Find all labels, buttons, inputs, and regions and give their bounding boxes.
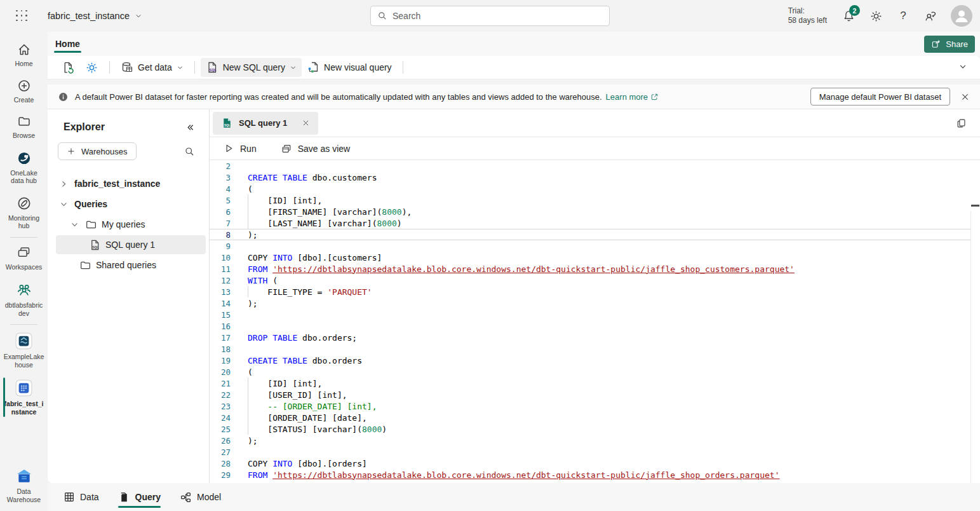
new-sql-query-button[interactable]: SQL New SQL query xyxy=(201,58,302,77)
code-line-3[interactable]: 3CREATE TABLE dbo.customers xyxy=(210,172,970,183)
rail-item-workspaces[interactable]: Workspaces xyxy=(0,240,48,276)
code-line-8[interactable]: 8); xyxy=(210,229,970,240)
run-button[interactable]: Run xyxy=(224,143,257,154)
line-number: 2 xyxy=(210,161,231,171)
editor-tab-row: SQL SQL query 1 xyxy=(210,109,980,137)
view-tab-label: Query xyxy=(135,492,161,502)
help-button[interactable]: ? xyxy=(896,9,910,23)
share-button[interactable]: Share xyxy=(924,36,975,53)
code-line-27[interactable]: 27 xyxy=(210,446,970,458)
line-number: 22 xyxy=(210,390,231,400)
tab-sql-query-1[interactable]: SQL SQL query 1 xyxy=(213,112,318,135)
view-tab-query[interactable]: Query xyxy=(118,483,161,511)
divider xyxy=(109,61,110,74)
manage-dataset-button[interactable]: Manage default Power BI dataset xyxy=(810,88,950,106)
app-launcher-icon[interactable] xyxy=(16,10,28,22)
code-line-9[interactable]: 9 xyxy=(210,240,970,252)
banner-close-icon[interactable] xyxy=(960,92,970,102)
global-search[interactable] xyxy=(370,6,610,26)
tool-settings-button[interactable] xyxy=(80,58,104,78)
save-as-view-button[interactable]: Save as view xyxy=(281,143,350,154)
code-line-23[interactable]: 23 -- [ORDER_DATE] [int], xyxy=(210,400,970,412)
tree-node-my-queries[interactable]: My queries xyxy=(48,214,209,235)
feedback-button[interactable] xyxy=(923,9,937,23)
new-visual-query-button[interactable]: New visual query xyxy=(302,58,397,77)
code-line-21[interactable]: 21 [ID] [int], xyxy=(210,378,970,389)
code-line-10[interactable]: 10COPY INTO [dbo].[customers] xyxy=(210,252,970,263)
code-line-14[interactable]: 14); xyxy=(210,297,970,309)
code-line-25[interactable]: 25 [STATUS] [varchar](8000) xyxy=(210,423,970,435)
code-line-19[interactable]: 19CREATE TABLE dbo.orders xyxy=(210,355,970,366)
gear-blue-icon xyxy=(85,61,98,74)
settings-button[interactable] xyxy=(869,9,883,23)
code-text: DROP TABLE dbo.orders; xyxy=(248,333,357,343)
code-line-22[interactable]: 22 [USER_ID] [int], xyxy=(210,389,970,400)
rail-item-create[interactable]: Create xyxy=(0,73,48,109)
ribbon-collapse-chevron[interactable] xyxy=(958,62,967,71)
avatar[interactable] xyxy=(951,5,972,27)
code-text: ); xyxy=(248,230,258,240)
learn-more-link[interactable]: Learn more xyxy=(606,92,659,102)
code-line-20[interactable]: 20( xyxy=(210,366,970,378)
add-warehouse-button[interactable]: Warehouses xyxy=(58,142,137,160)
get-data-button[interactable]: Get data xyxy=(116,58,189,77)
view-tab-model[interactable]: Model xyxy=(180,483,221,511)
line-number: 12 xyxy=(210,276,231,285)
rail-item-home[interactable]: Home xyxy=(0,37,48,73)
code-line-24[interactable]: 24 [ORDER_DATE] [date], xyxy=(210,412,970,423)
tree-node-label: fabric_test_instance xyxy=(74,179,160,189)
svg-text:SQL: SQL xyxy=(92,246,98,249)
code-line-6[interactable]: 6 [FIRST_NAME] [varchar](8000), xyxy=(210,206,970,217)
tree-node-fabric-test-instance[interactable]: fabric_test_instance xyxy=(48,174,209,194)
code-line-7[interactable]: 7 [LAST_NAME] [varchar](8000) xyxy=(210,217,970,229)
chevron-down-icon xyxy=(59,200,69,209)
code-line-2[interactable]: 2 xyxy=(210,160,970,172)
line-number: 21 xyxy=(210,379,231,388)
onelake-icon xyxy=(17,151,32,166)
notifications-button[interactable]: 2 xyxy=(842,9,856,23)
tree-node-label: My queries xyxy=(102,219,145,229)
code-text: FILE_TYPE = 'PARQUET' xyxy=(248,287,372,297)
divider xyxy=(194,61,195,74)
search-input[interactable] xyxy=(393,11,603,21)
code-line-5[interactable]: 5 [ID] [int], xyxy=(210,194,970,206)
rail-item-browse[interactable]: Browse xyxy=(0,109,48,145)
rail-item-onelake-data-hub[interactable]: OneLake data hub xyxy=(0,145,48,190)
tree-node-shared-queries[interactable]: Shared queries xyxy=(48,255,209,275)
code-line-18[interactable]: 18 xyxy=(210,343,970,355)
code-line-11[interactable]: 11FROM 'https://dbtlabsynapsedatalake.bl… xyxy=(210,263,970,275)
fabric-app: fabric_test_instance Trial: 58 days left… xyxy=(0,0,980,511)
code-line-13[interactable]: 13 FILE_TYPE = 'PARQUET' xyxy=(210,286,970,297)
new-sql-query-label: New SQL query xyxy=(223,62,285,72)
rail-item-examplelakehouse[interactable]: ExampleLakehouse xyxy=(0,327,48,374)
view-tab-data[interactable]: Data xyxy=(64,483,99,511)
tab-home[interactable]: Home xyxy=(53,32,83,56)
rail-item-data-warehouse[interactable]: Data Warehouse xyxy=(0,462,48,508)
code-line-29[interactable]: 29FROM 'https://dbtlabsynapsedatalake.bl… xyxy=(210,469,970,480)
code-line-17[interactable]: 17DROP TABLE dbo.orders; xyxy=(210,332,970,343)
chevron-down-icon xyxy=(135,12,142,20)
code-line-4[interactable]: 4( xyxy=(210,183,970,194)
code-line-12[interactable]: 12WITH ( xyxy=(210,275,970,286)
code-line-26[interactable]: 26); xyxy=(210,435,970,446)
code-line-16[interactable]: 16 xyxy=(210,320,970,332)
rail-item-dbtlabsfabricdev[interactable]: dbtlabsfabricdev xyxy=(0,276,48,322)
copy-icon[interactable] xyxy=(956,118,967,129)
tree-node-queries[interactable]: Queries xyxy=(48,194,209,214)
explorer-search-icon[interactable] xyxy=(184,146,195,157)
line-number: 10 xyxy=(210,253,231,262)
code-line-15[interactable]: 15 xyxy=(210,309,970,320)
rail-item-monitoring-hub[interactable]: Monitoring hub xyxy=(0,190,48,235)
banner-actions: Manage default Power BI dataset xyxy=(810,88,970,106)
tree-node-sql-query-1[interactable]: SQL SQL query 1 xyxy=(48,235,209,255)
code-line-28[interactable]: 28COPY INTO [dbo].[orders] xyxy=(210,458,970,469)
refresh-button[interactable] xyxy=(57,58,80,78)
tab-close-icon[interactable] xyxy=(302,119,310,127)
workspace-switcher[interactable]: fabric_test_instance xyxy=(48,11,142,21)
lakehouse-badge-icon xyxy=(15,332,32,350)
line-number: 19 xyxy=(210,356,231,365)
sql-code-area[interactable]: 23CREATE TABLE dbo.customers4(5 [ID] [in… xyxy=(210,160,980,483)
collapse-explorer-icon[interactable] xyxy=(185,123,195,132)
editor-scrollbar[interactable] xyxy=(970,211,980,483)
rail-item-fabric-test-instance[interactable]: fabric_test_instance xyxy=(0,374,48,421)
